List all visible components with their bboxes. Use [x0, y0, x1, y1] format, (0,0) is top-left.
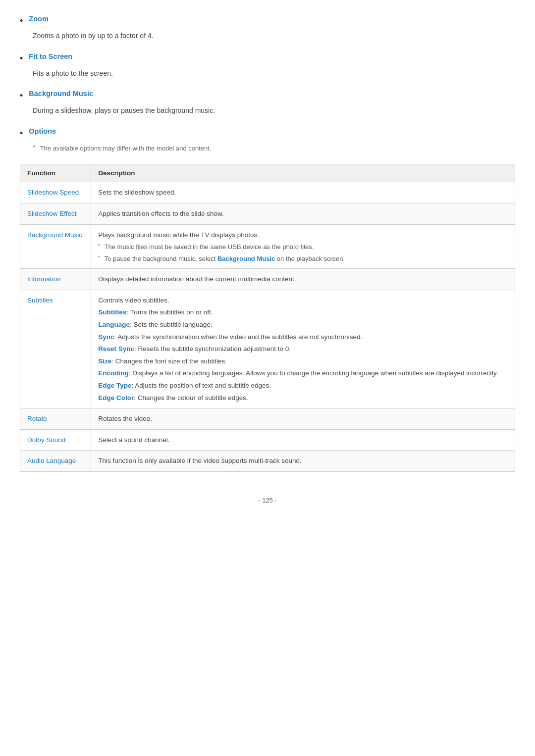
function-audio-language: Audio Language	[27, 457, 76, 464]
table-row: Rotate Rotates the video.	[20, 408, 515, 430]
bg-music-note1-text: The music files must be saved in the sam…	[105, 242, 314, 252]
fit-to-screen-section: • Fit to Screen Fits a photo to the scre…	[20, 52, 515, 79]
background-music-section: • Background Music During a slideshow, p…	[20, 90, 515, 116]
zoom-section: • Zoom Zooms a photo in by up to a facto…	[20, 15, 515, 42]
table-row: Slideshow Effect Applies transition effe…	[20, 203, 515, 225]
options-note-row: " The available options may differ with …	[33, 144, 515, 153]
subtitles-item-1: Language: Sets the subtitle language.	[98, 319, 508, 330]
table-row: Dolby Sound Select a sound channel.	[20, 429, 515, 451]
bg-music-note1: " The music files must be saved in the s…	[98, 242, 508, 252]
subtitles-item-0: Subtitles: Turns the subtitles on or off…	[98, 307, 508, 318]
options-table: Function Description Slideshow Speed Set…	[20, 164, 515, 472]
table-row: Audio Language This function is only ava…	[20, 451, 515, 472]
function-subtitles: Subtitles	[27, 297, 53, 304]
table-row: Background Music Plays background music …	[20, 224, 515, 269]
subtitles-item-4: Size: Changes the font size of the subti…	[98, 356, 508, 367]
function-information: Information	[27, 275, 61, 283]
subtitles-item-2: Sync: Adjusts the synchronization when t…	[98, 332, 508, 343]
table-row: Slideshow Speed Sets the slideshow speed…	[20, 182, 515, 203]
bg-music-main: Plays background music while the TV disp…	[98, 230, 508, 241]
desc-subtitles: Controls video subtitles. Subtitles: Tur…	[91, 290, 515, 408]
options-title: Options	[29, 127, 56, 135]
options-note-text: The available options may differ with th…	[40, 144, 212, 153]
fit-to-screen-desc: Fits a photo to the screen.	[33, 68, 515, 79]
bullet-dot: •	[20, 90, 23, 102]
function-slideshow-effect: Slideshow Effect	[27, 210, 77, 217]
page-footer: - 125 -	[20, 497, 515, 504]
bullet-dot: •	[20, 15, 23, 27]
subtitles-item-6: Edge Type: Adjusts the position of text …	[98, 380, 508, 391]
options-note-mark: "	[33, 144, 35, 151]
zoom-desc: Zooms a photo in by up to a factor of 4.	[33, 30, 515, 41]
background-music-title: Background Music	[29, 90, 93, 98]
zoom-title: Zoom	[29, 15, 48, 23]
function-slideshow-speed: Slideshow Speed	[27, 189, 79, 196]
background-music-inline-link: Background Music	[217, 255, 275, 262]
table-row: Information Displays detailed informatio…	[20, 269, 515, 290]
desc-information: Displays detailed information about the …	[91, 269, 515, 290]
bg-music-note2: " To pause the background music, select …	[98, 254, 508, 264]
subtitles-main: Controls video subtitles.	[98, 295, 508, 306]
desc-slideshow-effect: Applies transition effects to the slide …	[91, 203, 515, 225]
function-background-music: Background Music	[27, 231, 82, 239]
subtitles-item-5: Encoding: Displays a list of encoding la…	[98, 368, 508, 379]
function-rotate: Rotate	[27, 415, 47, 422]
background-music-desc: During a slideshow, plays or pauses the …	[33, 105, 515, 116]
bullet-dot: •	[20, 52, 23, 65]
subtitles-item-3: Reset Sync: Resets the subtitle synchron…	[98, 344, 508, 354]
desc-dolby-sound: Select a sound channel.	[91, 429, 515, 451]
table-row: Subtitles Controls video subtitles. Subt…	[20, 290, 515, 408]
table-header-function: Function	[20, 164, 91, 182]
bg-music-note2-text: To pause the background music, select Ba…	[105, 254, 345, 264]
function-dolby-sound: Dolby Sound	[27, 436, 65, 444]
desc-slideshow-speed: Sets the slideshow speed.	[91, 182, 515, 203]
desc-rotate: Rotates the video.	[91, 408, 515, 430]
desc-background-music: Plays background music while the TV disp…	[91, 224, 515, 269]
table-header-description: Description	[91, 164, 515, 182]
fit-to-screen-title: Fit to Screen	[29, 52, 72, 60]
desc-audio-language: This function is only available if the v…	[91, 451, 515, 472]
subtitles-item-7: Edge Color: Changes the colour of subtit…	[98, 393, 508, 403]
options-section: • Options " The available options may di…	[20, 127, 515, 153]
bullet-dot: •	[20, 127, 23, 140]
